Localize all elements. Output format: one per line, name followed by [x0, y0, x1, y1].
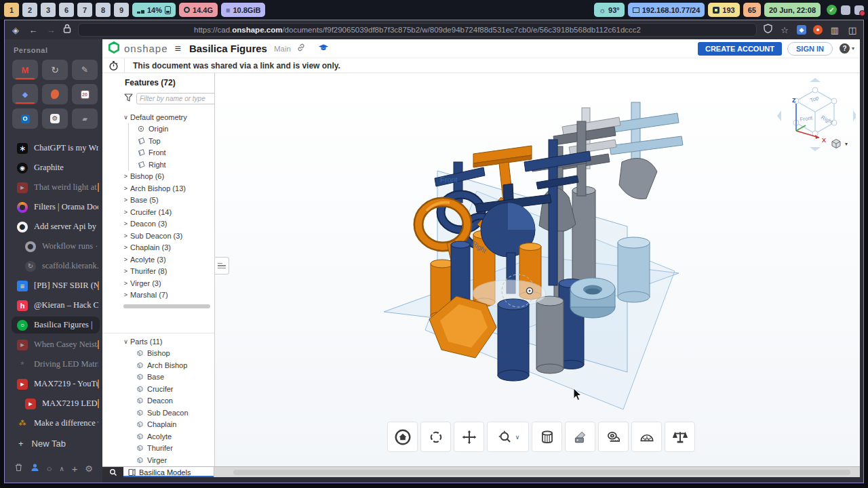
chevron-right-icon[interactable]: > [121, 291, 130, 298]
split-view-icon[interactable]: ▥ [829, 25, 840, 35]
sidebar-tab[interactable]: ChatGPT is my Writi [5, 138, 102, 158]
workspace-button[interactable]: 9 [114, 3, 129, 17]
chevron-right-icon[interactable]: > [121, 185, 130, 192]
speed-dial-tile[interactable] [12, 108, 38, 129]
chevron-right-icon[interactable]: > [121, 256, 130, 263]
speed-dial-tile[interactable] [12, 60, 38, 80]
model-cylinder-gray[interactable] [536, 296, 564, 373]
tree-node-part[interactable]: Acolyte [102, 430, 214, 443]
chevron-right-icon[interactable]: > [121, 268, 130, 274]
address-bar[interactable]: https://cad.onshape.com/documents/f9f290… [78, 23, 757, 37]
tree-node-feature-folder[interactable]: > Sub Deacon (3) [102, 230, 214, 242]
workspace-button[interactable]: 1 [4, 3, 19, 17]
tree-node-geometry[interactable]: Right [129, 159, 214, 171]
workspace-button[interactable]: 2 [22, 3, 37, 17]
tree-node-part[interactable]: Sub Deacon [102, 407, 214, 419]
sidebar-tab[interactable]: Workflow runs · k [5, 237, 102, 256]
tab-search-button[interactable] [102, 467, 123, 477]
trash-icon[interactable] [14, 463, 23, 474]
sidebar-tab[interactable]: That weird light at t [5, 178, 102, 197]
document-menu-icon[interactable]: ≡ [175, 43, 181, 55]
tree-node-part[interactable]: Base [102, 371, 214, 384]
tree-node-feature-folder[interactable]: > Virger (3) [102, 277, 214, 289]
profile-icon[interactable] [31, 463, 39, 474]
mass-properties-button[interactable] [665, 422, 695, 452]
zoom-dropdown-caret-icon[interactable]: ∨ [515, 434, 520, 441]
shield-icon[interactable] [764, 24, 772, 36]
sidebar-tab[interactable]: scaffold.kierank.h [5, 256, 102, 276]
share-link-icon[interactable] [296, 43, 306, 55]
model-cylinder-steel[interactable] [618, 237, 650, 302]
workspace-button[interactable]: 8 [96, 3, 111, 17]
learning-center-icon[interactable] [318, 43, 329, 55]
model-part-base-ring[interactable] [570, 278, 615, 318]
feature-filter-input[interactable] [136, 93, 215, 104]
sidebar-tab[interactable]: Driving LED Matrice [5, 354, 102, 374]
shaded-view-button[interactable] [532, 422, 562, 452]
speed-dial-tile[interactable] [72, 84, 98, 104]
speed-dial-tile[interactable] [42, 108, 68, 129]
workspace-button[interactable]: 3 [41, 3, 56, 17]
3d-viewport[interactable]: Front Right [215, 73, 860, 466]
tree-node-feature-folder[interactable]: > Arch Bishop (13) [102, 182, 214, 195]
help-dropdown-caret-icon[interactable]: ▾ [852, 45, 854, 52]
sign-in-button[interactable]: SIGN IN [787, 42, 833, 56]
panel-collapse-handle[interactable] [215, 257, 229, 274]
tree-node-default-geometry[interactable]: ∨ Default geometry [102, 111, 214, 123]
tree-node-geometry[interactable]: Origin [129, 123, 214, 136]
chevron-right-icon[interactable]: > [121, 244, 130, 251]
model-figure-marshal[interactable] [603, 102, 683, 199]
tree-node-part[interactable]: Deacon [102, 395, 214, 407]
back-icon[interactable]: ← [28, 25, 39, 35]
chevron-right-icon[interactable]: > [121, 209, 130, 216]
speed-dial-tile[interactable] [42, 60, 68, 80]
help-icon[interactable]: ? [840, 43, 850, 54]
tree-node-feature-folder[interactable]: > Acolyte (3) [102, 253, 214, 266]
branch-label[interactable]: Main [274, 45, 291, 53]
bookmark-star-icon[interactable]: ☆ [779, 25, 790, 35]
angle-measure-button[interactable] [631, 422, 662, 452]
chevron-right-icon[interactable]: > [121, 232, 130, 239]
sidebar-tab[interactable]: Add server Api by ko [5, 217, 102, 237]
tab-bar-scrollbar[interactable] [214, 467, 860, 477]
appearance-button[interactable] [565, 422, 595, 452]
workspace-button[interactable]: 7 [77, 3, 92, 17]
chevron-right-icon[interactable]: > [121, 280, 130, 287]
studio-tab-basilica-models[interactable]: Basilica Models [123, 467, 214, 477]
history-timer-icon[interactable] [102, 58, 125, 73]
sync-status-icon[interactable]: ○ [47, 464, 52, 474]
add-icon[interactable]: + [72, 463, 78, 474]
sidebar-tab[interactable]: MAX7219 LED mu [5, 394, 102, 413]
model-scene[interactable]: Front Right [215, 73, 860, 466]
tray-icon[interactable] [841, 5, 850, 15]
extension-icon[interactable]: ◆ [797, 25, 806, 35]
speed-dial-tile[interactable] [12, 84, 38, 104]
tree-node-feature-folder[interactable]: > Bishop (6) [102, 171, 214, 183]
tree-node-part[interactable]: Thurifer [102, 443, 214, 455]
zoom-view-button[interactable]: ∨ [487, 422, 529, 452]
home-view-button[interactable] [387, 422, 418, 452]
onshape-logo-icon[interactable] [108, 41, 120, 56]
workspace-button[interactable]: 6 [59, 3, 74, 17]
collapse-icon[interactable]: ∧ [59, 465, 64, 472]
tree-node-feature-folder[interactable]: > Marshal (7) [102, 289, 214, 302]
onshape-brand[interactable]: onshape [124, 43, 168, 54]
tree-node-part[interactable]: Crucifer [102, 383, 214, 395]
tree-node-feature-folder[interactable]: > Crucifer (14) [102, 206, 214, 218]
measure-button[interactable] [598, 422, 629, 452]
tree-node-parts[interactable]: ∨ Parts (11) [102, 336, 214, 348]
tree-node-part[interactable]: Arch Bishop [102, 359, 214, 371]
tray-notification-icon[interactable] [854, 5, 864, 15]
chevron-right-icon[interactable]: > [121, 220, 130, 227]
sidebar-tab[interactable]: Graphite [5, 158, 102, 178]
create-account-button[interactable]: CREATE ACCOUNT [698, 42, 782, 56]
rotate-view-button[interactable] [420, 422, 451, 452]
sidebar-tab[interactable]: MAX7219 - YouTube [5, 374, 102, 394]
pan-view-button[interactable] [454, 422, 484, 452]
filter-funnel-icon[interactable] [124, 92, 133, 104]
tree-node-part[interactable]: Virger [102, 454, 214, 466]
tree-node-feature-folder[interactable]: > Deacon (3) [102, 218, 214, 230]
speed-dial-tile[interactable] [72, 108, 98, 129]
sidebar-tab[interactable]: Basilica Figures | [5, 315, 102, 335]
model-cylinder-navy-left[interactable] [451, 241, 470, 304]
